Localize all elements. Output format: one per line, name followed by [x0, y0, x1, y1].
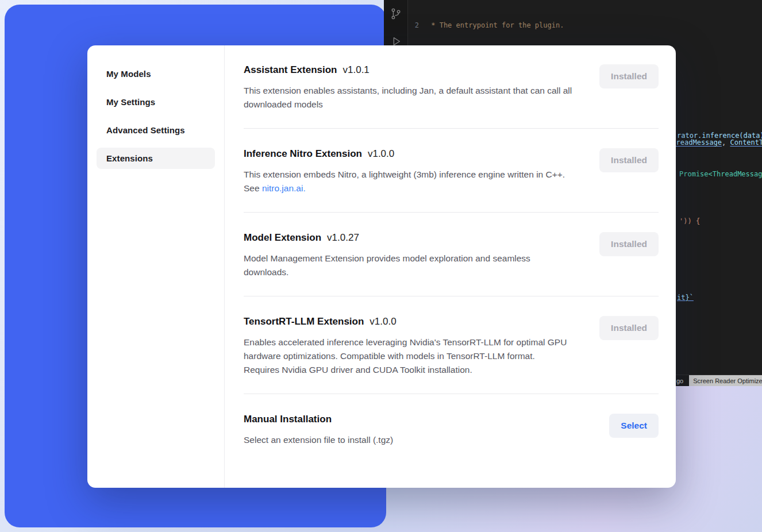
status-language-indicator[interactable]: go: [676, 377, 683, 384]
sidebar-item-advanced-settings[interactable]: Advanced Settings: [97, 119, 215, 141]
extension-version: v1.0.1: [343, 64, 370, 75]
manual-installation-title: Manual Installation: [244, 414, 572, 425]
code-fragment: Promise<ThreadMessage>: [679, 170, 762, 178]
extensions-panel: Assistant Extensionv1.0.1 This extension…: [225, 45, 676, 488]
settings-modal: My Models My Settings Advanced Settings …: [87, 45, 676, 488]
extension-description: Model Management Extension provides mode…: [244, 252, 572, 279]
manual-installation-row: Manual Installation Select an extension …: [244, 394, 659, 464]
code-fragment: ')) {: [679, 217, 700, 225]
code-fragment: rator.inference(data));: [677, 132, 762, 140]
extension-title: TensortRT-LLM Extensionv1.0.0: [244, 316, 572, 327]
extension-row-inference-nitro: Inference Nitro Extensionv1.0.0 This ext…: [244, 128, 659, 212]
extension-version: v1.0.27: [327, 232, 359, 243]
desktop-background: 2 * The entrypoint for the plugin. 3 */ …: [0, 0, 762, 532]
sidebar-item-my-settings[interactable]: My Settings: [97, 91, 215, 113]
section-name: Manual Installation: [244, 414, 332, 425]
extension-info: Manual Installation Select an extension …: [244, 414, 572, 447]
extension-info: Model Extensionv1.0.27 Model Management …: [244, 232, 572, 279]
installed-button[interactable]: Installed: [599, 64, 659, 88]
installed-button[interactable]: Installed: [599, 316, 659, 340]
extension-row-tensorrt-llm: TensortRT-LLM Extensionv1.0.0 Enables ac…: [244, 296, 659, 394]
extension-title: Model Extensionv1.0.27: [244, 232, 572, 244]
source-control-icon[interactable]: [389, 7, 403, 21]
settings-sidebar: My Models My Settings Advanced Settings …: [87, 45, 225, 488]
extension-version: v1.0.0: [370, 316, 396, 327]
nitro-jan-ai-link[interactable]: nitro.jan.ai.: [262, 183, 306, 193]
manual-installation-description: Select an extension file to install (.tg…: [244, 433, 572, 447]
extension-description: This extension enables assistants, inclu…: [244, 84, 572, 111]
extension-title: Inference Nitro Extensionv1.0.0: [244, 148, 572, 160]
select-file-button[interactable]: Select: [609, 414, 659, 438]
extension-name: TensortRT-LLM Extension: [244, 316, 364, 327]
extension-name: Assistant Extension: [244, 64, 337, 75]
extension-info: TensortRT-LLM Extensionv1.0.0 Enables ac…: [244, 316, 572, 377]
installed-button[interactable]: Installed: [599, 148, 659, 172]
extension-title: Assistant Extensionv1.0.1: [244, 64, 572, 76]
extension-version: v1.0.0: [368, 148, 394, 159]
screen-reader-status-badge[interactable]: Screen Reader Optimized: [689, 375, 762, 387]
line-number: 2: [409, 21, 427, 30]
extension-description: Enables accelerated inference leveraging…: [244, 336, 572, 377]
extension-name: Inference Nitro Extension: [244, 148, 362, 159]
extension-row-model: Model Extensionv1.0.27 Model Management …: [244, 212, 659, 296]
installed-button[interactable]: Installed: [599, 232, 659, 256]
code-line: 2 * The entrypoint for the plugin.: [409, 21, 762, 30]
extension-info: Inference Nitro Extensionv1.0.0 This ext…: [244, 148, 572, 195]
code-fragment: it}`: [677, 294, 694, 302]
extension-info: Assistant Extensionv1.0.1 This extension…: [244, 64, 572, 111]
sidebar-item-my-models[interactable]: My Models: [97, 63, 215, 84]
extension-description: This extension embeds Nitro, a lightweig…: [244, 168, 572, 195]
extension-row-assistant: Assistant Extensionv1.0.1 This extension…: [244, 64, 659, 128]
sidebar-item-extensions[interactable]: Extensions: [97, 148, 215, 169]
code-token: * The entrypoint for the plugin.: [427, 21, 564, 30]
extension-name: Model Extension: [244, 232, 321, 243]
